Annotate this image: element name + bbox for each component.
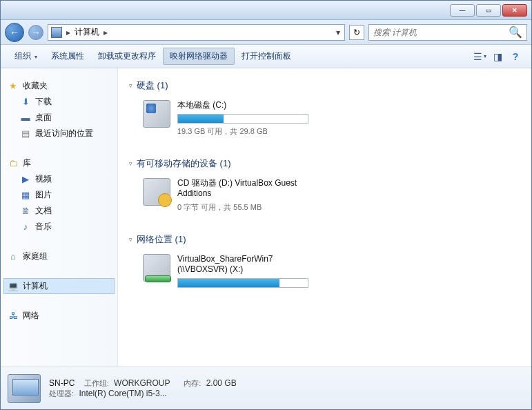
details-text: SN-PC 工作组: WORKGROUP 内存: 2.00 GB 处理器: In… [49,378,237,399]
sidebar-item-label: 收藏夹 [23,80,48,92]
drive-c[interactable]: 本地磁盘 (C:) 19.3 GB 可用，共 29.8 GB [129,95,520,142]
workgroup-label: 工作组: [84,379,109,387]
sidebar-item-label: 视频 [35,173,52,185]
computer-icon: 💻 [8,281,19,292]
back-button[interactable]: ← [5,23,24,42]
music-icon: ♪ [20,222,31,233]
computer-name: SN-PC [49,378,75,388]
capacity-fill [178,115,224,123]
collapse-icon: ▿ [129,82,132,89]
organize-button[interactable]: 组织 ▾ [8,48,44,65]
section-header[interactable]: ▿ 有可移动存储的设备 (1) [129,155,520,173]
sidebar-item-label: 桌面 [35,112,52,124]
memory-label: 内存: [184,379,201,387]
sidebar-downloads[interactable]: ⬇ 下载 [3,94,115,110]
address-row: ← → ▸ 计算机 ▸ ▾ ↻ 🔍 [1,20,531,45]
uninstall-programs-button[interactable]: 卸载或更改程序 [91,48,163,65]
library-icon: 🗀 [8,158,19,169]
video-icon: ▶ [20,174,31,185]
body: ★ 收藏夹 ⬇ 下载 ▬ 桌面 ▤ 最近访问的位置 🗀 [1,68,531,367]
section-header[interactable]: ▿ 网络位置 (1) [129,231,520,248]
titlebar: — ▭ ✕ [1,1,531,20]
preview-pane-button[interactable]: ◨ [489,49,506,64]
hdd-icon [143,100,170,128]
system-properties-button[interactable]: 系统属性 [44,48,91,65]
drive-name: 本地磁盘 (C:) [177,100,315,111]
explorer-window: — ▭ ✕ ← → ▸ 计算机 ▸ ▾ ↻ 🔍 组织 ▾ 系统属性 卸载或更改程… [0,0,532,410]
capacity-bar [177,114,308,124]
memory-value: 2.00 GB [206,378,237,388]
sidebar-item-label: 最近访问的位置 [35,128,93,139]
desktop-icon: ▬ [20,113,31,124]
navigation-pane: ★ 收藏夹 ⬇ 下载 ▬ 桌面 ▤ 最近访问的位置 🗀 [1,68,118,367]
sidebar-item-label: 网络 [23,310,39,322]
sidebar-documents[interactable]: 🗎 文档 [3,203,115,219]
capacity-bar [177,278,308,288]
sidebar-libraries[interactable]: 🗀 库 [3,155,115,171]
minimize-button[interactable]: — [450,4,475,17]
view-options-button[interactable]: ☰ ▾ [471,49,489,64]
address-dropdown[interactable]: ▾ [335,28,342,37]
collapse-icon: ▿ [129,236,132,243]
refresh-button[interactable]: ↻ [349,25,364,40]
workgroup-value: WORKGROUP [114,378,170,388]
search-input[interactable] [373,28,509,37]
maximize-button[interactable]: ▭ [476,4,501,17]
sidebar-item-label: 文档 [35,205,52,217]
breadcrumb-arrow[interactable]: ▸ [102,28,109,37]
search-icon[interactable]: 🔍 [509,26,522,39]
forward-button[interactable]: → [28,25,43,40]
close-button[interactable]: ✕ [502,4,527,17]
section-title-label: 有可移动存储的设备 (1) [137,157,231,170]
homegroup-icon: ⌂ [8,251,19,262]
drive-x[interactable]: VirtualBox_ShareForWin7 (\\VBOXSVR) (X:) [129,248,520,296]
drive-name: VirtualBox_ShareForWin7 (\\VBOXSVR) (X:) [177,254,315,275]
recent-icon: ▤ [20,128,31,139]
window-buttons: — ▭ ✕ [450,4,527,17]
sidebar-videos[interactable]: ▶ 视频 [3,171,115,187]
sidebar-item-label: 音乐 [35,221,52,233]
breadcrumb-computer[interactable]: 计算机 [72,26,102,38]
drive-d[interactable]: CD 驱动器 (D:) VirtualBox Guest Additions 0… [129,173,520,218]
sidebar-item-label: 图片 [35,189,52,201]
network-drive-icon [143,254,170,282]
open-control-panel-button[interactable]: 打开控制面板 [235,48,298,65]
view-icon: ☰ [473,51,482,62]
cpu-label: 处理器: [49,389,74,398]
sidebar-recent[interactable]: ▤ 最近访问的位置 [3,126,115,141]
sidebar-item-label: 下载 [35,96,52,108]
section-header[interactable]: ▿ 硬盘 (1) [129,77,520,95]
cpu-value: Intel(R) Core(TM) i5-3... [79,389,166,398]
map-network-drive-button[interactable]: 映射网络驱动器 [163,48,235,65]
drive-name: CD 驱动器 (D:) VirtualBox Guest Additions [177,178,315,199]
drive-info: VirtualBox_ShareForWin7 (\\VBOXSVR) (X:) [177,254,315,291]
sidebar-item-label: 库 [23,157,31,169]
sidebar-music[interactable]: ♪ 音乐 [3,219,115,235]
breadcrumb-arrow[interactable]: ▸ [65,28,72,37]
sidebar-computer[interactable]: 💻 计算机 [3,278,115,294]
details-pane: SN-PC 工作组: WORKGROUP 内存: 2.00 GB 处理器: In… [1,367,531,409]
computer-large-icon [8,374,41,403]
drive-info: CD 驱动器 (D:) VirtualBox Guest Additions 0… [177,178,315,213]
network-icon: 🖧 [8,311,19,322]
help-button[interactable]: ? [506,49,524,64]
sidebar-desktop[interactable]: ▬ 桌面 [3,110,115,126]
content-pane: ▿ 硬盘 (1) 本地磁盘 (C:) 19.3 GB 可用，共 29.8 GB [118,68,531,367]
sidebar-item-label: 计算机 [23,280,48,292]
cdrom-icon [143,178,170,206]
sidebar-favorites[interactable]: ★ 收藏夹 [3,78,115,94]
sidebar-homegroup[interactable]: ⌂ 家庭组 [3,248,115,264]
search-box[interactable]: 🔍 [368,24,527,41]
sidebar-pictures[interactable]: ▦ 图片 [3,187,115,203]
section-title-label: 网络位置 (1) [137,233,186,246]
picture-icon: ▦ [20,190,31,201]
computer-icon [51,27,62,38]
sidebar-network[interactable]: 🖧 网络 [3,308,115,324]
download-icon: ⬇ [20,97,31,108]
address-bar[interactable]: ▸ 计算机 ▸ ▾ [48,24,345,41]
drive-stat: 19.3 GB 可用，共 29.8 GB [177,126,315,137]
organize-label: 组织 [14,51,31,61]
chevron-down-icon: ▾ [35,54,37,60]
capacity-fill [178,279,279,287]
drive-info: 本地磁盘 (C:) 19.3 GB 可用，共 29.8 GB [177,100,315,137]
